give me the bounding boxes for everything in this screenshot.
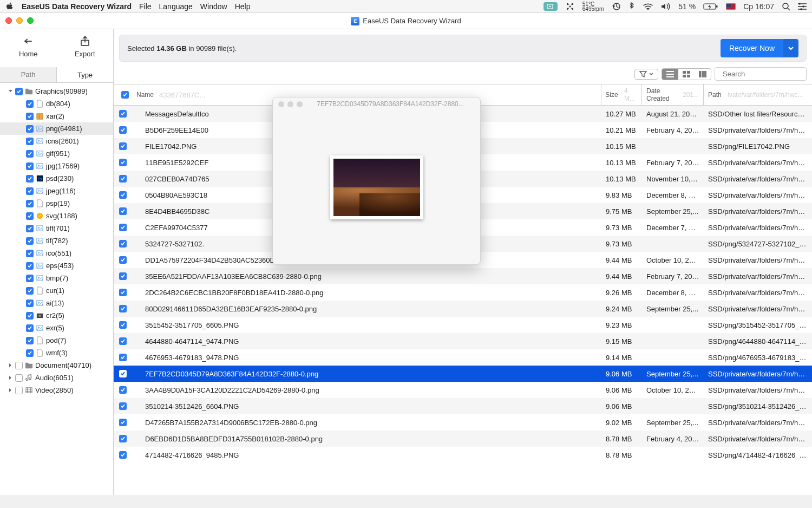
menu-clock[interactable]: Ср 16:07 [743, 2, 774, 11]
row-checkbox[interactable] [119, 354, 127, 361]
tree-item-ico[interactable]: ico(551) [0, 247, 113, 259]
window-minimize-button[interactable] [16, 17, 23, 24]
tree-checkbox[interactable] [26, 162, 34, 170]
table-row[interactable]: 4644880-4647114_9474.PNG9.15 MBSSD/png/4… [114, 333, 812, 349]
row-checkbox[interactable] [119, 289, 127, 296]
tree-item-png[interactable]: png(64981) [0, 122, 113, 135]
tab-type[interactable]: Type [57, 67, 113, 82]
tree-item-cur[interactable]: cur(1) [0, 284, 113, 297]
row-checkbox[interactable] [119, 126, 127, 134]
tree-item-ai[interactable]: ai(13) [0, 297, 113, 309]
tree-checkbox[interactable] [15, 362, 23, 369]
search-input[interactable] [722, 69, 812, 79]
type-tree[interactable]: Graphics(90989)db(804)xar(2)png(64981)ic… [0, 83, 113, 495]
tree-checkbox[interactable] [26, 100, 34, 108]
tree-item-cr2[interactable]: cr2(5) [0, 309, 113, 322]
tree-item-icns[interactable]: icns(2601) [0, 135, 113, 147]
table-row[interactable]: 35EE6A521FDDAAF13A103EEA6CB8C639-2880-0.… [114, 268, 812, 284]
tree-item-gif[interactable]: gif(951) [0, 147, 113, 160]
menu-help[interactable]: Help [235, 2, 251, 11]
row-checkbox[interactable] [119, 419, 127, 426]
tree-item-eps[interactable]: eps(453) [0, 259, 113, 272]
tree-item-jpg[interactable]: jpg(17569) [0, 160, 113, 172]
tree-checkbox[interactable] [26, 138, 34, 145]
battery-charging-icon[interactable] [703, 3, 718, 10]
input-flag-icon[interactable] [726, 3, 736, 10]
row-checkbox[interactable] [119, 110, 127, 118]
tree-checkbox[interactable] [26, 150, 34, 158]
export-button[interactable]: Export [57, 35, 114, 58]
tree-item-video[interactable]: Video(2850) [0, 384, 113, 396]
tree-checkbox[interactable] [26, 187, 34, 195]
tree-checkbox[interactable] [26, 250, 34, 257]
tree-checkbox[interactable] [26, 212, 34, 220]
row-checkbox[interactable] [119, 240, 127, 248]
preview-close-button[interactable] [278, 101, 284, 107]
tree-item-jpeg[interactable]: jpeg(116) [0, 185, 113, 197]
row-checkbox[interactable] [119, 256, 127, 264]
tab-path[interactable]: Path [0, 67, 57, 82]
view-columns-button[interactable] [695, 69, 711, 80]
tree-item-tiff[interactable]: tiff(701) [0, 222, 113, 235]
tree-checkbox[interactable] [26, 237, 34, 245]
row-checkbox[interactable] [119, 224, 127, 231]
col-date[interactable]: Date Created 201... [642, 84, 704, 105]
tree-checkbox[interactable] [26, 225, 34, 232]
control-center-icon[interactable] [798, 3, 807, 10]
tree-item-exr[interactable]: exr(5) [0, 322, 113, 334]
menu-window[interactable]: Window [200, 2, 227, 11]
view-grid-button[interactable] [678, 69, 695, 80]
disclosure-right-icon[interactable] [8, 388, 13, 393]
tree-checkbox[interactable] [26, 125, 34, 133]
recover-dropdown-button[interactable] [783, 39, 798, 57]
table-row[interactable]: 80D029146611D65DA32BE16B3EAF9235-2880-0.… [114, 301, 812, 317]
tree-item-psp[interactable]: psp(19) [0, 197, 113, 210]
tree-checkbox[interactable] [26, 113, 34, 120]
tree-checkbox[interactable] [26, 337, 34, 344]
tree-checkbox[interactable] [15, 88, 23, 95]
row-checkbox[interactable] [119, 305, 127, 312]
tree-item-xar[interactable]: xar(2) [0, 110, 113, 122]
status-pill-icon[interactable] [543, 2, 558, 11]
row-checkbox[interactable] [119, 207, 127, 215]
row-checkbox[interactable] [119, 337, 127, 345]
tree-item-psd[interactable]: Pspsd(230) [0, 172, 113, 185]
tree-checkbox[interactable] [26, 349, 34, 357]
menu-app-name[interactable]: EaseUS Data Recovery Wizard [22, 2, 132, 11]
wifi-icon[interactable] [643, 3, 653, 10]
col-size[interactable]: Size 4 M... [601, 84, 642, 105]
tree-checkbox[interactable] [26, 299, 34, 307]
tree-item-pod[interactable]: pod(7) [0, 334, 113, 347]
row-checkbox[interactable] [119, 386, 127, 394]
tree-item-db[interactable]: db(804) [0, 97, 113, 110]
row-checkbox[interactable] [119, 451, 127, 459]
table-row[interactable]: 3AA4B9D0A15F3CA120D2221C2AD54269-2880-0.… [114, 382, 812, 398]
time-machine-icon[interactable] [611, 2, 621, 11]
preview-zoom-button[interactable] [297, 101, 303, 107]
tree-item-bmp[interactable]: bmp(7) [0, 272, 113, 284]
menu-language[interactable]: Language [159, 2, 193, 11]
disclosure-right-icon[interactable] [8, 363, 13, 368]
row-checkbox[interactable] [119, 159, 127, 166]
tree-checkbox[interactable] [15, 374, 23, 382]
table-row[interactable]: D6EBD6D1D5BA8BEDFD31A755B018102B-2880-0.… [114, 431, 812, 447]
apple-menu-icon[interactable] [5, 2, 14, 11]
volume-icon[interactable] [661, 3, 671, 10]
tree-item-audio[interactable]: Audio(6051) [0, 372, 113, 384]
tree-item-tif[interactable]: tif(782) [0, 235, 113, 247]
fan-icon[interactable] [565, 2, 575, 11]
home-button[interactable]: Home [0, 35, 57, 58]
tree-checkbox[interactable] [26, 324, 34, 332]
row-checkbox[interactable] [119, 142, 127, 150]
table-row[interactable]: 4676953-4679183_9478.PNG9.14 MBSSD/png/4… [114, 349, 812, 366]
table-row[interactable]: 2DC264B2C6ECBC1BB20F8F0BD18EA41D-2880-0.… [114, 284, 812, 301]
row-checkbox[interactable] [119, 272, 127, 280]
preview-minimize-button[interactable] [287, 101, 293, 107]
recover-now-button[interactable]: Recover Now [721, 39, 783, 57]
tree-checkbox[interactable] [26, 275, 34, 282]
disclosure-right-icon[interactable] [8, 375, 13, 381]
window-zoom-button[interactable] [27, 17, 34, 24]
table-row[interactable]: 3510214-3512426_6604.PNG9.06 MBSSD/png/3… [114, 398, 812, 414]
view-list-button[interactable] [662, 69, 678, 80]
table-row[interactable]: 3515452-3517705_6605.PNG9.23 MBSSD/png/3… [114, 317, 812, 333]
